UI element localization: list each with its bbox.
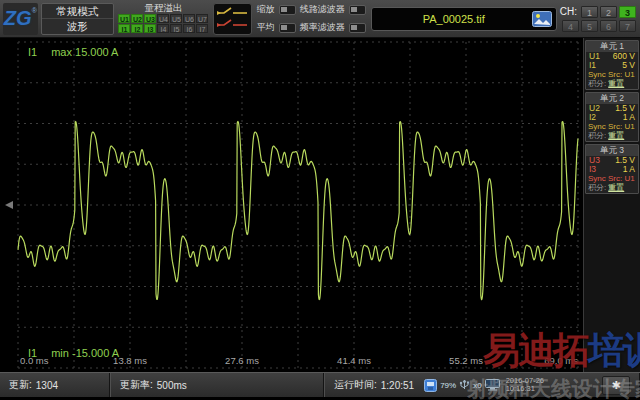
channel-button-1[interactable]: 1 (581, 6, 598, 18)
topbar: ZG ® 常规模式 波形 量程溢出 U1U2U3U4U5U6U7 I1I2I3I… (0, 0, 640, 38)
unit-range-value: 1 A (623, 113, 635, 122)
waveform-plot: 0.0 ms13.8 ms27.6 ms41.4 ms55.2 ms69.0 m… (0, 38, 583, 372)
x-tick-label: 69.0 ms (544, 355, 578, 366)
integral-label: 积分: (588, 183, 606, 192)
unit-input-label: I2 (589, 113, 596, 122)
unit-input-label: I3 (589, 165, 596, 174)
overflow-current-row: I1I2I3I4I5I6I7 (118, 24, 208, 33)
unit-range-row: I15 V (586, 61, 638, 70)
runtime-segment: 运行时间: 1:20:51 79% x0 (324, 373, 640, 397)
wiring-icon[interactable] (213, 3, 252, 35)
freq-filter-label: 频率滤波器 (300, 21, 345, 34)
overflow-indicator-i7: I7 (196, 24, 208, 33)
update-rate-value: 500ms (157, 380, 187, 391)
settings-button[interactable]: ✱ (602, 376, 630, 395)
mode-secondary-label: 波形 (42, 18, 113, 33)
freq-filter-toggle[interactable] (349, 23, 366, 33)
update-count-label: 更新: (9, 378, 32, 392)
overflow-indicator-u6: U6 (183, 14, 195, 23)
statusbar: 更新: 1304 更新率: 500ms 运行时间: 1:20:51 79% (0, 372, 640, 397)
average-label: 平均 (257, 21, 275, 34)
zoom-label: 缩放 (257, 3, 275, 16)
unit-range-value: 5 V (622, 61, 635, 70)
unit-sync-source: Sync Src: U1 (586, 122, 638, 131)
range-overflow-title: 量程溢出 (144, 2, 182, 13)
average-toggle[interactable] (279, 23, 296, 33)
update-count-value: 1304 (36, 380, 58, 391)
integral-label: 积分: (588, 131, 606, 140)
usb-count-value: x0 (473, 381, 481, 390)
x-tick-label: 41.4 ms (337, 355, 371, 366)
trace-name: I1 (28, 46, 37, 58)
channel-button-2[interactable]: 2 (600, 6, 617, 18)
overflow-indicator-u2: U2 (131, 14, 143, 23)
waveform-canvas: 0.0 ms13.8 ms27.6 ms41.4 ms55.2 ms69.0 m… (0, 38, 583, 372)
power-analyzer-screen: ZG ® 常规模式 波形 量程溢出 U1U2U3U4U5U6U7 I1I2I3I… (0, 0, 640, 400)
update-rate-segment: 更新率: 500ms (110, 373, 324, 397)
unit-input-label: I1 (589, 61, 596, 70)
unit-range-value: 1 A (623, 165, 635, 174)
channel-label: CH: (560, 6, 577, 17)
brand-logo-text: ZG (4, 7, 32, 30)
runtime-label: 运行时间: (334, 378, 377, 392)
image-icon (532, 11, 552, 27)
brand-logo: ZG ® (3, 3, 38, 35)
integral-status: 重置 (608, 79, 624, 88)
filter-controls: 缩放 线路滤波器 平均 频率滤波器 (255, 3, 368, 34)
mode-selector-button[interactable]: 常规模式 波形 (41, 3, 114, 35)
overflow-indicator-u1: U1 (118, 14, 130, 23)
memory-usage-value: 79% (440, 381, 456, 390)
wiring-icon-glyph (215, 6, 249, 32)
unit-range-row: I21 A (586, 113, 638, 122)
channel-button-3[interactable]: 3 (619, 6, 636, 18)
channel-row-2: 4567 (562, 20, 636, 32)
overflow-indicator-i5: I5 (170, 24, 182, 33)
trace-zero-marker[interactable] (5, 201, 13, 209)
overflow-indicator-i1: I1 (118, 24, 130, 33)
channel-button-4[interactable]: 4 (562, 20, 579, 32)
storage-icon (424, 379, 437, 392)
x-tick-label: 55.2 ms (449, 355, 483, 366)
unit-sidebar: 单元 1U1600 VI15 VSync Src: U1积分:重置单元 2U21… (583, 38, 640, 372)
integral-label: 积分: (588, 79, 606, 88)
unit-integral-row: 积分:重置 (586, 79, 638, 89)
channel-button-5[interactable]: 5 (581, 20, 598, 32)
status-icons: 79% x0 2016-07-26 10:16:31 ✱ (424, 376, 630, 395)
zoom-toggle[interactable] (279, 5, 296, 15)
usb-icon (459, 379, 470, 391)
line-filter-toggle[interactable] (349, 5, 366, 15)
unit-sync-source: Sync Src: U1 (586, 174, 638, 183)
unit-range-row: I31 A (586, 165, 638, 174)
overflow-indicator-u5: U5 (170, 14, 182, 23)
update-rate-label: 更新率: (120, 378, 153, 392)
trace-min-value: min -15.000 A (51, 347, 119, 359)
overflow-indicator-i2: I2 (131, 24, 143, 33)
time-value: 10:16:31 (506, 385, 544, 393)
overflow-indicator-u7: U7 (196, 14, 208, 23)
trace-max-value: max 15.000 A (51, 46, 118, 58)
unit-integral-row: 积分:重置 (586, 131, 638, 141)
integral-status: 重置 (608, 183, 624, 192)
unit-integral-row: 积分:重置 (586, 183, 638, 193)
trace-name: I1 (28, 347, 37, 359)
datetime-display: 2016-07-26 10:16:31 (506, 377, 544, 393)
channel-button-6[interactable]: 6 (600, 20, 617, 32)
runtime-value: 1:20:51 (381, 380, 414, 391)
update-count-segment: 更新: 1304 (0, 373, 110, 397)
channel-row-1: CH: 123 (560, 6, 636, 18)
display-icon (485, 379, 500, 391)
channel-button-7[interactable]: 7 (619, 20, 636, 32)
line-filter-label: 线路滤波器 (300, 3, 345, 16)
trace-min-readout: I1min -15.000 A (28, 347, 119, 359)
registered-mark: ® (32, 7, 37, 14)
range-overflow-panel: 量程溢出 U1U2U3U4U5U6U7 I1I2I3I4I5I6I7 (117, 2, 210, 35)
mode-primary-label: 常规模式 (42, 4, 113, 18)
overflow-voltage-row: U1U2U3U4U5U6U7 (118, 14, 208, 23)
overflow-indicator-i4: I4 (157, 24, 169, 33)
channel-selector: CH: 123 4567 (560, 6, 637, 32)
trace-max-readout: I1max 15.000 A (28, 46, 118, 58)
unit-panel-2: 单元 2U21.5 VI21 ASync Src: U1积分:重置 (585, 92, 639, 142)
filename-display[interactable]: PA_00025.tif (371, 7, 557, 31)
overflow-indicator-i3: I3 (144, 24, 156, 33)
unit-sync-source: Sync Src: U1 (586, 70, 638, 79)
